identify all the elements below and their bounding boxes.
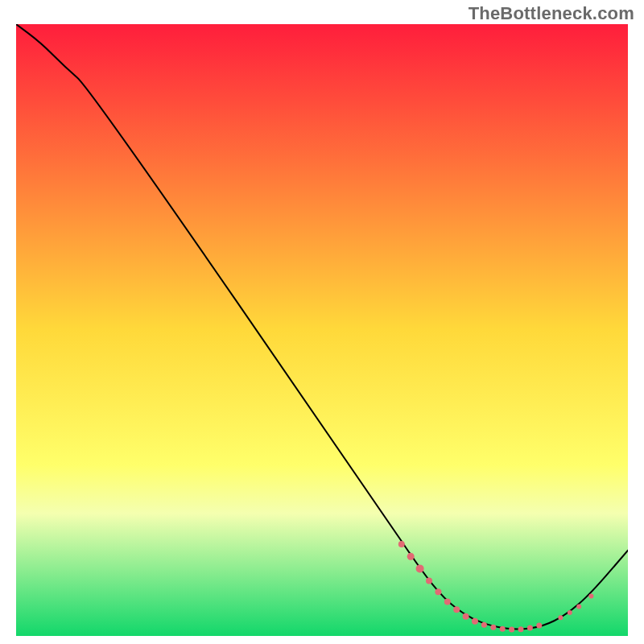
attribution-text: TheBottleneck.com bbox=[469, 3, 634, 24]
chart-background-gradient bbox=[16, 24, 628, 636]
chart-marker bbox=[426, 578, 432, 584]
chart-marker bbox=[576, 605, 581, 609]
chart-marker bbox=[398, 541, 405, 547]
chart-marker bbox=[435, 588, 441, 595]
chart-marker bbox=[453, 606, 460, 613]
chart-plot-area bbox=[16, 24, 628, 636]
chart-marker bbox=[500, 626, 506, 632]
chart-svg bbox=[16, 24, 628, 636]
chart-marker bbox=[481, 622, 487, 628]
chart-marker bbox=[568, 610, 572, 615]
chart-marker bbox=[536, 623, 542, 629]
chart-marker bbox=[472, 618, 478, 625]
chart-marker bbox=[588, 594, 593, 599]
chart-marker bbox=[463, 613, 469, 620]
chart-marker bbox=[518, 626, 524, 632]
chart-marker bbox=[509, 627, 514, 633]
chart-marker bbox=[558, 615, 563, 620]
chart-marker bbox=[444, 598, 451, 605]
chart-marker bbox=[527, 625, 533, 631]
chart-marker bbox=[416, 564, 424, 572]
chart-marker bbox=[490, 625, 496, 630]
chart-marker bbox=[407, 553, 415, 560]
chart-frame: TheBottleneck.com bbox=[0, 0, 644, 644]
